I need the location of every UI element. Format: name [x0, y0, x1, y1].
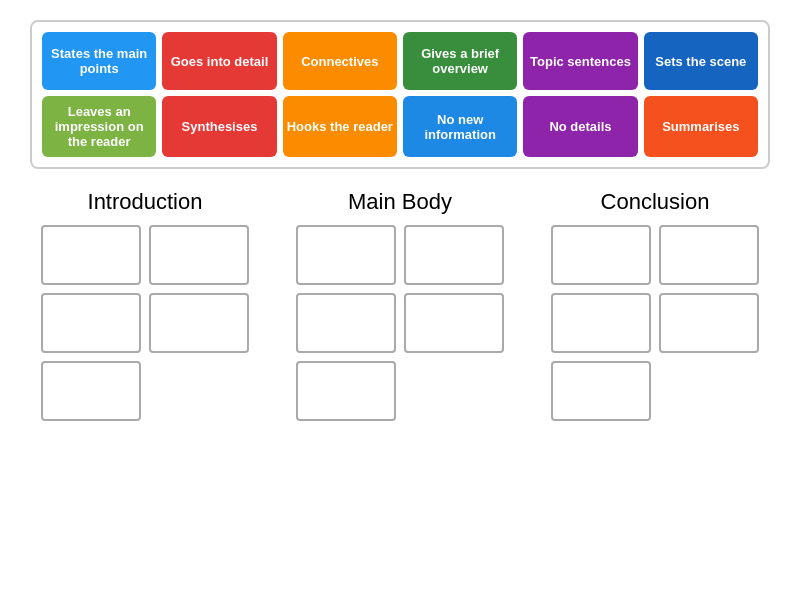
drop-grid-introduction — [41, 225, 249, 421]
drop-box-main-body-4[interactable] — [296, 361, 396, 421]
card-nonew[interactable]: No new information — [403, 96, 517, 157]
drop-box-main-body-3[interactable] — [404, 293, 504, 353]
category-title-main-body: Main Body — [348, 189, 452, 215]
drop-box-introduction-2[interactable] — [41, 293, 141, 353]
drop-grid-conclusion — [551, 225, 759, 421]
card-bank: States the main pointsGoes into detailCo… — [30, 20, 770, 169]
card-nodetails[interactable]: No details — [523, 96, 637, 157]
card-topic[interactable]: Topic sentences — [523, 32, 637, 90]
category-main-body: Main Body — [285, 189, 515, 421]
drop-box-introduction-1[interactable] — [149, 225, 249, 285]
drop-box-conclusion-1[interactable] — [659, 225, 759, 285]
drop-box-introduction-4[interactable] — [41, 361, 141, 421]
card-states[interactable]: States the main points — [42, 32, 156, 90]
drop-section: IntroductionMain BodyConclusion — [30, 189, 770, 421]
drop-box-conclusion-0[interactable] — [551, 225, 651, 285]
card-summarises[interactable]: Summarises — [644, 96, 758, 157]
drop-box-main-body-1[interactable] — [404, 225, 504, 285]
drop-grid-main-body — [296, 225, 504, 421]
card-connectives[interactable]: Connectives — [283, 32, 397, 90]
card-brief[interactable]: Gives a brief overview — [403, 32, 517, 90]
category-title-conclusion: Conclusion — [601, 189, 710, 215]
card-hooks[interactable]: Hooks the reader — [283, 96, 397, 157]
card-synthesises[interactable]: Synthesises — [162, 96, 276, 157]
card-impression[interactable]: Leaves an impression on the reader — [42, 96, 156, 157]
category-introduction: Introduction — [30, 189, 260, 421]
drop-box-conclusion-3[interactable] — [659, 293, 759, 353]
drop-box-conclusion-2[interactable] — [551, 293, 651, 353]
drop-box-conclusion-4[interactable] — [551, 361, 651, 421]
category-conclusion: Conclusion — [540, 189, 770, 421]
card-scene[interactable]: Sets the scene — [644, 32, 758, 90]
drop-box-introduction-3[interactable] — [149, 293, 249, 353]
card-detail[interactable]: Goes into detail — [162, 32, 276, 90]
drop-box-main-body-0[interactable] — [296, 225, 396, 285]
drop-box-main-body-2[interactable] — [296, 293, 396, 353]
category-title-introduction: Introduction — [88, 189, 203, 215]
drop-box-introduction-0[interactable] — [41, 225, 141, 285]
